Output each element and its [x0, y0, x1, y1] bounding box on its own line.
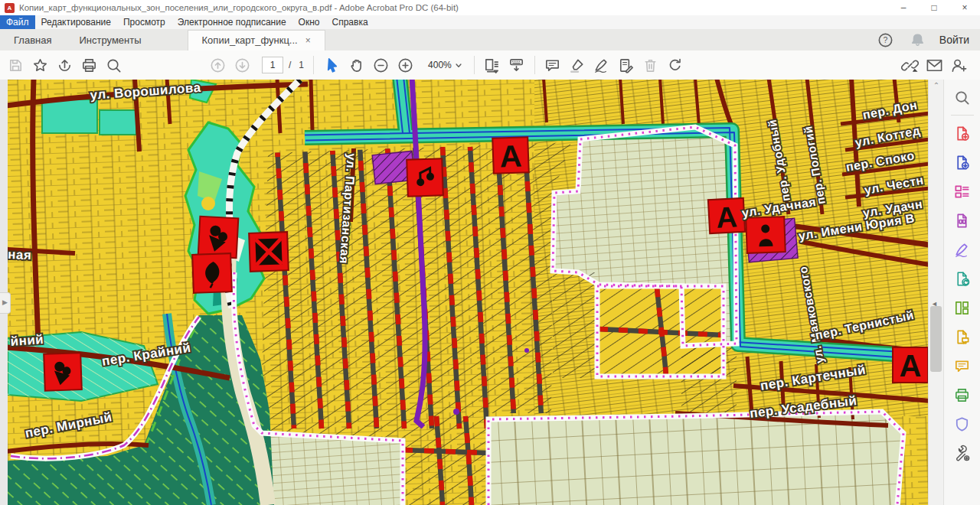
zoom-level-select[interactable]: 400%	[425, 58, 467, 72]
maximize-button[interactable]: □	[919, 1, 949, 15]
tab-document[interactable]: Копии_карт_функц... ×	[188, 30, 325, 50]
sign-icon[interactable]	[591, 54, 612, 76]
search-tool-icon[interactable]	[951, 86, 974, 109]
organize-tool-icon[interactable]	[951, 209, 974, 232]
toolbar-down-icon[interactable]	[506, 54, 528, 76]
menu-edit[interactable]: Редактирование	[35, 15, 117, 29]
marker-a-label: А	[715, 200, 738, 233]
child-marker	[746, 217, 786, 253]
window-title: Копии_карт_функциональных_зон_поселения_…	[19, 3, 459, 12]
tools-tool-icon[interactable]	[951, 441, 974, 464]
pdf-file-icon: A	[5, 3, 15, 13]
tools-sidebar	[943, 80, 980, 505]
title-bar: A Копии_карт_функциональных_зон_поселени…	[0, 0, 980, 16]
add-user-icon[interactable]	[948, 54, 969, 76]
export-tool-icon[interactable]	[951, 151, 974, 174]
menu-help[interactable]: Справка	[326, 15, 374, 29]
print-icon[interactable]	[78, 54, 100, 76]
comment-tool-icon[interactable]	[951, 354, 974, 377]
tab-tools[interactable]: Инструменты	[65, 31, 155, 50]
comment-icon[interactable]	[542, 54, 564, 76]
cursor-icon[interactable]	[321, 54, 342, 76]
share-icon[interactable]	[54, 54, 75, 76]
icecream-marker	[44, 353, 82, 391]
convert-tool-icon[interactable]	[951, 267, 974, 290]
scrollbar-thumb[interactable]	[930, 306, 942, 372]
page-up-icon[interactable]	[207, 54, 228, 76]
email-icon[interactable]	[923, 54, 945, 76]
hand-icon[interactable]	[345, 54, 367, 76]
share-link-icon[interactable]	[899, 54, 920, 76]
shield-tool-icon[interactable]	[951, 412, 974, 435]
menu-bar: Файл Редактирование Просмотр Электронное…	[0, 15, 980, 30]
zoom-in-icon[interactable]	[394, 54, 416, 76]
street-label: ная	[8, 247, 32, 262]
sign-in-button[interactable]: Войти	[939, 34, 969, 46]
street-label: йний	[10, 332, 44, 349]
vertical-scrollbar[interactable]: ⌃ ◄	[928, 80, 944, 505]
icecream-marker	[198, 217, 239, 259]
search-icon[interactable]	[103, 54, 124, 76]
marker-a-label: А	[499, 139, 522, 174]
scroll-up-arrow-icon[interactable]: ⌃	[929, 80, 944, 92]
page-down-icon[interactable]	[231, 54, 253, 76]
tab-document-label: Копии_карт_функц...	[202, 34, 298, 46]
svg-text:?: ?	[884, 35, 888, 44]
close-button[interactable]: ×	[949, 1, 980, 15]
pdf-map-canvas[interactable]: А А А ул. Ворошилова ная ул. Партизанска…	[8, 80, 928, 505]
menu-window[interactable]: Окно	[292, 15, 326, 29]
tab-home[interactable]: Главная	[0, 31, 65, 50]
minimize-button[interactable]: –	[888, 1, 919, 15]
page-separator: /	[286, 60, 293, 70]
request-tool-icon[interactable]	[951, 325, 974, 348]
zoom-out-icon[interactable]	[370, 54, 391, 76]
caret-down-icon	[453, 60, 464, 70]
create-tool-icon[interactable]	[951, 122, 974, 145]
leaf-marker	[192, 253, 232, 293]
document-area: А А А ул. Ворошилова ная ул. Партизанска…	[0, 80, 980, 505]
toolbar: 1 / 1 400%	[0, 50, 980, 80]
combine-tool-icon[interactable]	[951, 296, 974, 319]
tab-close-icon[interactable]: ×	[305, 35, 311, 46]
menu-view[interactable]: Просмотр	[117, 15, 172, 29]
scan-tool-icon[interactable]	[951, 383, 974, 406]
menu-esign[interactable]: Электронное подписание	[172, 15, 292, 29]
expand-left-panel-button[interactable]: ▶	[0, 292, 11, 314]
edit-tool-icon[interactable]	[951, 180, 974, 203]
highlight-icon[interactable]	[567, 54, 588, 76]
trash-icon[interactable]	[640, 54, 662, 76]
save-icon[interactable]	[5, 54, 26, 76]
menu-file[interactable]: Файл	[0, 15, 35, 29]
page-total: 1	[296, 60, 306, 70]
page-view-icon[interactable]	[482, 54, 503, 76]
fillsign-tool-icon[interactable]	[951, 238, 974, 261]
star-icon[interactable]	[29, 54, 51, 76]
rotate-icon[interactable]	[665, 54, 686, 76]
notifications-bell-icon[interactable]	[907, 29, 929, 50]
tab-bar: Главная Инструменты Копии_карт_функц... …	[0, 29, 980, 51]
note-marker	[407, 158, 443, 197]
page-number-input[interactable]: 1	[262, 57, 283, 73]
x-box-marker	[249, 232, 289, 272]
marker-a-label: А	[900, 349, 922, 383]
stamp-icon[interactable]	[616, 54, 637, 76]
help-icon[interactable]: ?	[875, 29, 897, 50]
